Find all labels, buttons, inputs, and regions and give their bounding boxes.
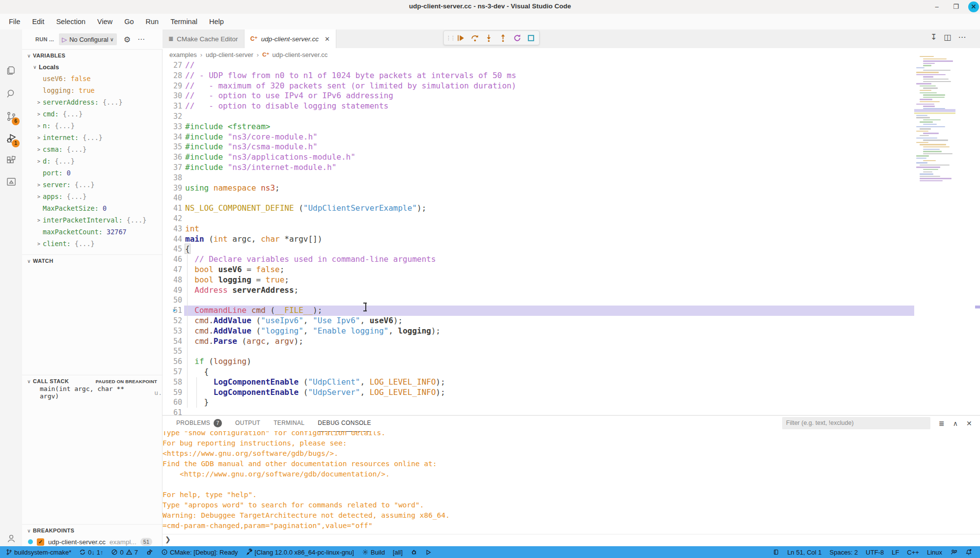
code-line-40[interactable]: 40 bbox=[163, 193, 914, 203]
menu-run[interactable]: Run bbox=[140, 14, 165, 29]
menu-file[interactable]: File bbox=[3, 14, 26, 29]
code-editor[interactable]: 27//28// - UDP flow from n0 to n1 of 102… bbox=[163, 61, 914, 415]
code-line-32[interactable]: 32 bbox=[163, 112, 914, 122]
breakpoint-checkbox[interactable]: ✓ bbox=[37, 538, 44, 546]
code-line-46[interactable]: 46 // Declare variables used in command-… bbox=[163, 254, 914, 265]
more-actions-icon[interactable]: ⋯ bbox=[958, 32, 966, 42]
status-0-1-[interactable]: 0↓ 1↑ bbox=[75, 546, 107, 558]
menu-view[interactable]: View bbox=[91, 14, 118, 29]
code-line-29[interactable]: 29// - maximum of 320 packets sent (or l… bbox=[163, 81, 914, 91]
breadcrumb-examples[interactable]: examples bbox=[169, 51, 197, 58]
code-line-53[interactable]: 53 cmd.AddValue ("logging", "Enable logg… bbox=[163, 326, 914, 336]
code-line-58[interactable]: 58 LogComponentEnable ("UdpClient", LOG_… bbox=[163, 377, 914, 388]
menu-selection[interactable]: Selection bbox=[50, 14, 91, 29]
code-line-43[interactable]: 43int bbox=[163, 224, 914, 234]
code-line-44[interactable]: 44main (int argc, char *argv[]) bbox=[163, 234, 914, 245]
variable-client[interactable]: >client: {...} bbox=[22, 238, 163, 250]
menu-edit[interactable]: Edit bbox=[26, 14, 50, 29]
menu-terminal[interactable]: Terminal bbox=[164, 14, 203, 29]
status-bell-icon[interactable] bbox=[961, 546, 976, 558]
restart-icon[interactable] bbox=[511, 31, 523, 44]
stop-icon[interactable] bbox=[525, 31, 537, 44]
code-line-59[interactable]: 59 LogComponentEnable ("UdpServer", LOG_… bbox=[163, 388, 914, 398]
code-line-45[interactable]: 45{ bbox=[163, 244, 914, 254]
code-line-49[interactable]: 49 Address serverAddress; bbox=[163, 285, 914, 296]
code-line-41[interactable]: 41NS_LOG_COMPONENT_DEFINE ("UdpClientSer… bbox=[163, 203, 914, 214]
source-control-icon[interactable]: 6 bbox=[0, 107, 22, 126]
variable-cmd[interactable]: >cmd: {...} bbox=[22, 108, 163, 120]
close-tab-icon[interactable]: ✕ bbox=[325, 35, 330, 43]
status-build[interactable]: Build bbox=[358, 546, 389, 558]
status-play-icon[interactable] bbox=[421, 546, 436, 558]
variable-d[interactable]: >d: {...} bbox=[22, 155, 163, 167]
status-notebook-icon[interactable] bbox=[769, 546, 783, 558]
variable-csma[interactable]: >csma: {...} bbox=[22, 143, 163, 155]
code-line-48[interactable]: 48 bool logging = true; bbox=[163, 275, 914, 285]
code-line-57[interactable]: 57 { bbox=[163, 367, 914, 377]
code-line-30[interactable]: 30// - option to use IPv4 or IPv6 addres… bbox=[163, 91, 914, 101]
console-filter-input[interactable]: Filter (e.g. text, !exclude) bbox=[782, 417, 930, 429]
code-line-39[interactable]: 39using namespace ns3; bbox=[163, 183, 914, 194]
menu-go[interactable]: Go bbox=[118, 14, 139, 29]
status-buildsystem-cmake-[interactable]: buildsystem-cmake* bbox=[2, 546, 75, 558]
cmake-panel-icon[interactable] bbox=[0, 172, 22, 192]
step-out-icon[interactable] bbox=[497, 31, 509, 44]
variable-maxPacketCount[interactable]: maxPacketCount: 32767 bbox=[22, 226, 163, 238]
minimize-button[interactable]: – bbox=[932, 2, 942, 12]
debug-settings-gear-icon[interactable]: ⚙ bbox=[124, 35, 131, 44]
code-line-33[interactable]: 33#include <fstream> bbox=[163, 122, 914, 132]
status-spaces-2[interactable]: Spaces: 2 bbox=[826, 546, 862, 558]
stack-frame-main[interactable]: main(int argc, char ** argv) u. bbox=[22, 387, 162, 398]
code-line-56[interactable]: 56 if (logging) bbox=[163, 357, 914, 367]
status-ln-51-col-1[interactable]: Ln 51, Col 1 bbox=[783, 546, 825, 558]
debug-config-dropdown[interactable]: ▷ No Configural ∨ bbox=[59, 33, 117, 45]
breadcrumb-file[interactable]: udp-client-server.cc bbox=[272, 51, 328, 58]
status-utf-8[interactable]: UTF-8 bbox=[862, 546, 888, 558]
explorer-icon[interactable] bbox=[0, 60, 22, 80]
panel-tab-problems[interactable]: PROBLEMS7 bbox=[176, 415, 222, 431]
tab-udp-client-server[interactable]: C⁺ udp-client-server.cc ✕ bbox=[245, 29, 336, 48]
variable-MaxPacketSize[interactable]: MaxPacketSize: 0 bbox=[22, 202, 163, 214]
variable-internet[interactable]: >internet: {...} bbox=[22, 132, 163, 143]
drag-grip-icon[interactable]: ⋮⋮ bbox=[446, 35, 453, 41]
status--clang-12-0-0-x86-64-pc-linu[interactable]: [Clang 12.0.0 x86_64-pc-linux-gnu] bbox=[242, 546, 358, 558]
breakpoints-section[interactable]: ∨BREAKPOINTS bbox=[22, 524, 162, 536]
code-line-60[interactable]: 60 } bbox=[163, 397, 914, 408]
status-0[interactable]: 07 bbox=[107, 546, 141, 558]
split-editor-icon[interactable]: ◫ bbox=[944, 32, 951, 42]
code-line-55[interactable]: 55 bbox=[163, 346, 914, 357]
panel-tab-debug-console[interactable]: DEBUG CONSOLE bbox=[318, 415, 371, 432]
status-cmake-debug-ready[interactable]: CMake: [Debug]: Ready bbox=[157, 546, 242, 558]
code-line-35[interactable]: 35#include "ns3/csma-module.h" bbox=[163, 142, 914, 152]
step-into-icon[interactable] bbox=[483, 31, 495, 44]
panel-tab-output[interactable]: OUTPUT bbox=[235, 415, 260, 431]
status-bug-icon[interactable] bbox=[407, 546, 421, 558]
locals-scope[interactable]: ∨Locals bbox=[22, 61, 162, 73]
search-icon[interactable] bbox=[0, 84, 22, 104]
code-line-28[interactable]: 28// - UDP flow from n0 to n1 of 1024 by… bbox=[163, 71, 914, 81]
maximize-button[interactable]: ❐ bbox=[951, 2, 961, 12]
code-line-31[interactable]: 31// - option to disable logging stateme… bbox=[163, 101, 914, 112]
breadcrumb-udp-client-server[interactable]: udp-client-server bbox=[206, 51, 253, 58]
step-over-icon[interactable] bbox=[469, 31, 481, 44]
code-line-36[interactable]: 36#include "ns3/applications-module.h" bbox=[163, 152, 914, 163]
clear-console-icon[interactable]: ≣ bbox=[939, 419, 945, 427]
status-c++[interactable]: C++ bbox=[903, 546, 923, 558]
code-line-47[interactable]: 47 bool useV6 = false; bbox=[163, 265, 914, 275]
variable-serverAddress[interactable]: >serverAddress: {...} bbox=[22, 96, 163, 108]
status--all-[interactable]: [all] bbox=[389, 546, 407, 558]
code-line-37[interactable]: 37#include "ns3/internet-module.h" bbox=[163, 163, 914, 173]
watch-section[interactable]: ∨WATCH bbox=[22, 254, 162, 267]
code-line-27[interactable]: 27// bbox=[163, 61, 914, 71]
code-line-52[interactable]: 52 cmd.AddValue ("useIpv6", "Use Ipv6", … bbox=[163, 316, 914, 326]
run-and-debug-icon[interactable]: 1 bbox=[0, 129, 22, 148]
close-button[interactable]: ✕ bbox=[968, 1, 979, 12]
accounts-icon[interactable] bbox=[0, 529, 22, 548]
tab-cmake-cache-editor[interactable]: ≣ CMake Cache Editor bbox=[163, 29, 245, 48]
run-below-icon[interactable]: ↧ bbox=[930, 32, 937, 42]
status-lf[interactable]: LF bbox=[888, 546, 903, 558]
code-line-61[interactable]: 61 bbox=[163, 408, 914, 415]
close-panel-icon[interactable]: ✕ bbox=[966, 419, 972, 427]
continue-icon[interactable] bbox=[455, 31, 467, 44]
code-line-38[interactable]: 38 bbox=[163, 173, 914, 183]
